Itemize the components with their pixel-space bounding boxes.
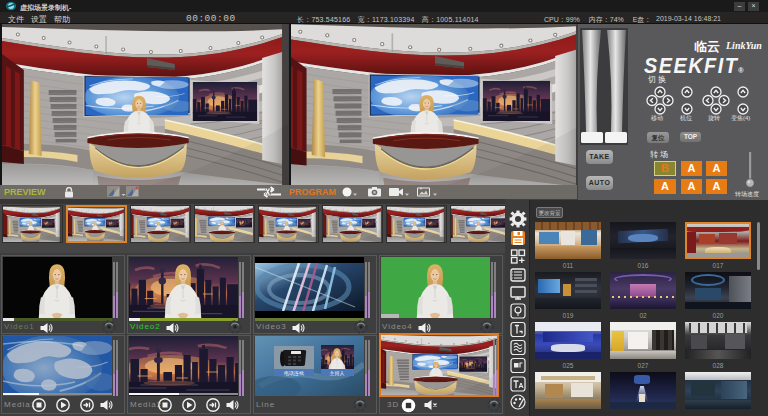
svg-text:电话连线: 电话连线 [284,370,304,376]
svg-text:主持人: 主持人 [330,370,345,377]
